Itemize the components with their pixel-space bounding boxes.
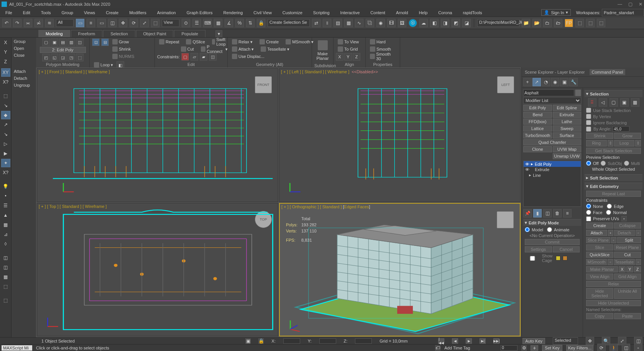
mod-btn-editpoly[interactable]: Edit Poly xyxy=(523,105,552,111)
eg-create[interactable]: Create xyxy=(586,222,613,229)
reference-coord[interactable]: View xyxy=(162,19,179,27)
axis-xy-button[interactable]: XY xyxy=(1,68,10,77)
create-button[interactable]: Create xyxy=(258,38,281,45)
cage-color-1[interactable] xyxy=(556,256,560,260)
lt-tool-10[interactable]: 💡 xyxy=(1,182,10,191)
set-key-big[interactable]: + xyxy=(531,345,538,351)
msmooth2-button[interactable]: MSmooth ▾ xyxy=(284,38,315,45)
lt-tool-9[interactable]: X? xyxy=(1,168,10,177)
coord-x-input[interactable] xyxy=(283,338,300,344)
viewport-top[interactable]: [ + ] [ Top ] [ Standard ] [ Wireframe ]… xyxy=(37,203,278,337)
lt-tool-17[interactable]: ◫ xyxy=(1,254,10,262)
lt-tool-13[interactable]: ▲ xyxy=(1,211,10,219)
subobj-vertex[interactable]: ⠿ xyxy=(588,98,596,107)
mod-btn-lathe[interactable]: Lathe xyxy=(553,119,582,125)
lt-tool-7[interactable]: ▶ xyxy=(1,149,10,158)
radio-normal[interactable]: Normal xyxy=(606,210,626,215)
ribbon-minimize-icon[interactable]: ▾ xyxy=(215,30,222,37)
menu-scripting[interactable]: Scripting xyxy=(308,8,335,17)
align-icon[interactable]: ⫴ xyxy=(323,19,331,27)
poly-icon-7[interactable]: ◱ xyxy=(51,54,58,61)
nav-maxview-icon[interactable]: ◫ xyxy=(622,344,630,351)
subobj-edge[interactable]: ◁ xyxy=(599,98,607,107)
grow-button[interactable]: Grow xyxy=(110,38,136,45)
keyboard-icon[interactable]: ⌨ xyxy=(203,19,212,27)
group-geometry[interactable]: Geometry (All) xyxy=(230,61,309,68)
radio-edge[interactable]: Edge xyxy=(607,204,624,209)
modsel-vertex-icon[interactable]: ⊡ xyxy=(92,38,100,46)
manipulate-icon[interactable]: ☰ xyxy=(192,19,201,27)
eg-attach[interactable]: Attach xyxy=(586,230,607,236)
repeat-button[interactable]: Repeat xyxy=(157,38,181,45)
link-icon[interactable]: ⫘ xyxy=(24,19,32,27)
leftlbl-group[interactable]: Group xyxy=(14,39,26,44)
poly-icon-6[interactable]: ◰ xyxy=(42,54,50,61)
leftlbl-ungroup[interactable]: Ungroup xyxy=(14,83,30,87)
group-polygon-modeling[interactable]: Polygon Modeling xyxy=(38,61,87,68)
mod-btn-bend[interactable]: Bend xyxy=(523,112,552,118)
placement-icon[interactable]: ⬚ xyxy=(151,19,159,27)
nav-pan-icon[interactable]: ✥ xyxy=(586,337,594,345)
poly-icon-2[interactable]: ▣ xyxy=(51,38,58,46)
tab-selection[interactable]: Selection xyxy=(103,30,135,37)
align-z-button[interactable]: Z xyxy=(353,53,360,61)
group-properties[interactable]: Properties xyxy=(368,61,398,68)
window-crossing-icon[interactable]: ◫ xyxy=(108,19,117,27)
auto-key-button[interactable]: Auto Key xyxy=(522,338,545,344)
fp-icon[interactable]: FP xyxy=(565,19,573,27)
object-color-swatch[interactable] xyxy=(575,89,581,96)
stack-config-icon[interactable]: ≡ xyxy=(563,209,572,218)
hierarchy-panel-icon[interactable]: ◔ xyxy=(542,78,550,86)
menu-customize[interactable]: Customize xyxy=(277,8,308,17)
render-frame-icon[interactable]: 🖼 xyxy=(398,19,406,27)
qslice-button[interactable]: QSlice xyxy=(184,38,207,45)
viewport-top-label[interactable]: [ + ] [ Top ] [ Standard ] [ Wireframe ] xyxy=(39,204,107,209)
stack-show-end-icon[interactable]: ▮ xyxy=(533,209,542,218)
snap-icon[interactable]: ▦ xyxy=(214,19,222,27)
project-folder[interactable]: D:\Projects\Max\RD_JK xyxy=(477,19,519,27)
redo-icon[interactable]: ↷ xyxy=(13,19,21,27)
menu-civilview[interactable]: Civil View xyxy=(248,8,277,17)
scale-icon[interactable]: ⤢ xyxy=(140,19,149,27)
togrid-button[interactable]: To Grid xyxy=(336,46,360,53)
motion-panel-icon[interactable]: ◉ xyxy=(551,78,559,86)
mirror-icon[interactable]: ⇄ xyxy=(312,19,320,27)
edit-geom-rollup[interactable]: ▾ Edit Geometry xyxy=(585,183,642,190)
timetag-icon[interactable]: 🏷 xyxy=(435,345,440,351)
eg-z[interactable]: Z xyxy=(634,266,641,272)
smooth30-button[interactable]: Smooth 30 xyxy=(368,53,398,60)
menu-create[interactable]: Create xyxy=(100,8,124,17)
mod-btn-turbosmooth[interactable]: TurboSmooth xyxy=(523,132,552,138)
nav-orbit-icon[interactable]: ⟳ xyxy=(597,344,606,351)
named-sets[interactable]: Create Selection Se xyxy=(268,19,310,27)
poly-icon-10[interactable]: ⬚ xyxy=(76,54,84,61)
time-config-icon[interactable]: ⚙ xyxy=(521,345,527,351)
radio-none[interactable]: None xyxy=(586,204,603,209)
axis-x-button[interactable]: X xyxy=(1,38,10,47)
modifier-stack[interactable]: 👁▸Edit Poly 👁 Extrude ▸Line xyxy=(523,161,581,207)
menu-animation[interactable]: Animation xyxy=(152,8,181,17)
bind-icon[interactable]: ≋ xyxy=(45,19,54,27)
menu-rendering[interactable]: Rendering xyxy=(218,8,248,17)
menu-rapidtools[interactable]: rapidTools xyxy=(457,8,487,17)
menu-edit[interactable]: Edit xyxy=(18,8,36,17)
lt-tool-21[interactable]: ⬚ xyxy=(1,296,10,305)
eg-quickslice[interactable]: QuickSlice xyxy=(586,252,613,258)
mod-btn-clone[interactable]: Clone xyxy=(523,146,552,152)
project-icon-2[interactable]: 📂 xyxy=(532,19,541,27)
constr-face-icon[interactable]: ▰ xyxy=(200,53,207,61)
menu-content[interactable]: Content xyxy=(365,8,391,17)
curve-editor-icon[interactable]: ∿ xyxy=(355,19,363,27)
play-prev-frame[interactable]: ◀ xyxy=(452,338,458,344)
maxscript-listener[interactable]: MAXScript Mi xyxy=(2,345,32,351)
lt-tool-12[interactable]: ☰ xyxy=(1,201,10,210)
extra-icon-3[interactable]: ⬚ xyxy=(597,19,605,27)
selection-filter[interactable]: All xyxy=(56,19,74,27)
shrink-button[interactable]: Shrink xyxy=(110,46,136,53)
lt-tool-8[interactable]: ✦ xyxy=(1,159,10,167)
constr-edge-icon[interactable]: ▱ xyxy=(191,53,198,61)
menu-help[interactable]: Help xyxy=(414,8,433,17)
viewport-ortho-label[interactable]: [ + ] [ Orthographic ] [ Standard ] [Edg… xyxy=(281,204,370,209)
pconnect-button[interactable]: P Connect ▾ xyxy=(199,46,230,53)
stack-unique-icon[interactable]: ◫ xyxy=(543,209,552,218)
